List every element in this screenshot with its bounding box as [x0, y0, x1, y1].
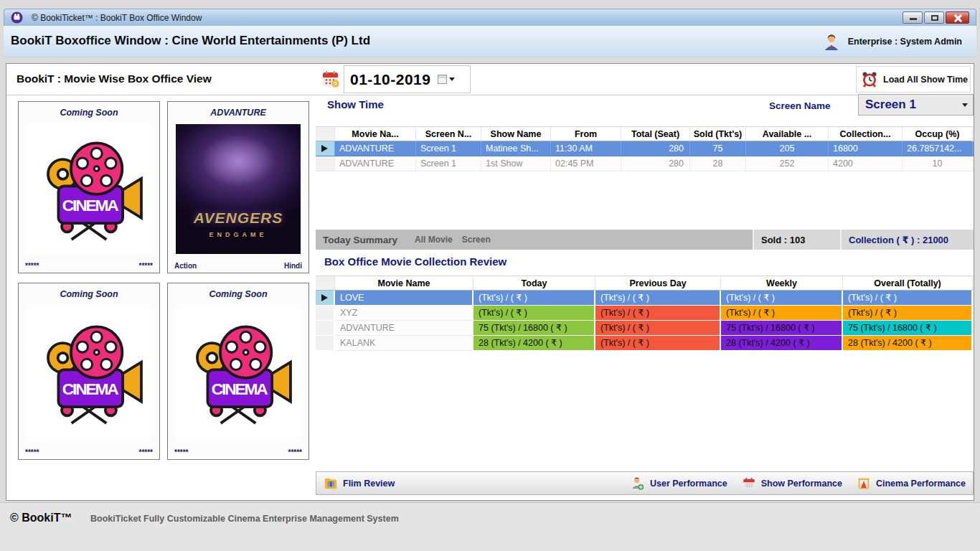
col-collection[interactable]: Collection...: [829, 126, 903, 141]
cinema-clipart-icon: CINEMA: [34, 135, 143, 244]
screen-name-dropdown[interactable]: Screen 1: [858, 94, 974, 116]
window-title: © BookiTicket™ : BookiT Box Office Windo…: [32, 13, 202, 23]
cinema-performance-icon: [857, 476, 871, 491]
filter-all-movie[interactable]: All Movie: [415, 235, 453, 245]
cinema-clipart-icon: CINEMA: [184, 319, 293, 428]
filter-screen[interactable]: Screen: [462, 235, 491, 245]
footer-tagline: BookiTicket Fully Customizable Cinema En…: [90, 514, 399, 524]
calendar-badge: 5: [334, 80, 337, 87]
cell-show: 1st Show: [481, 156, 551, 171]
cell-show: Matinee Sh...: [481, 141, 551, 156]
row-selector[interactable]: [316, 336, 335, 351]
cinema-clipart-icon: CINEMA: [34, 319, 143, 428]
cell-sold: 75: [690, 141, 746, 156]
show-time-table: Movie Na... Screen N... Show Name From T…: [316, 126, 974, 171]
cell-screen: Screen 1: [416, 156, 481, 171]
cell-sold: 28: [690, 156, 746, 171]
cell-weekly: (Tkt's) / ( ₹ ): [721, 306, 843, 321]
date-dropdown-icon[interactable]: [438, 75, 455, 84]
cell-movie-name: KALANK: [335, 336, 473, 351]
col-movie-name[interactable]: Movie Name: [335, 276, 473, 291]
col-movie-name[interactable]: Movie Na...: [335, 126, 416, 141]
col-occup[interactable]: Occup (%): [903, 126, 973, 141]
user-avatar-icon: [822, 32, 841, 52]
film-review-label: Flim Review: [343, 479, 395, 489]
col-screen-name[interactable]: Screen N...: [416, 126, 481, 141]
cell-today: (Tkt's) / ( ₹ ): [473, 306, 595, 321]
maximize-icon: [931, 15, 938, 21]
date-picker[interactable]: 01-10-2019: [344, 65, 471, 93]
cell-weekly: 75 (Tkt's) / 16800 ( ₹ ): [721, 321, 843, 336]
poster-card-coming-soon-2[interactable]: Coming Soon CINEMA: [18, 283, 160, 460]
poster-genre: Action: [174, 262, 197, 270]
maximize-button[interactable]: [924, 11, 944, 24]
cell-total: 280: [621, 156, 690, 171]
review-header-row: Movie Name Today Previous Day Weekly Ove…: [316, 276, 974, 291]
show-time-row[interactable]: ADVANTURE Screen 1 1st Show 02:45 PM 280…: [316, 156, 974, 171]
poster-card-advanture[interactable]: ADVANTURE AVENGERS ENDGAME Action Hindi: [167, 101, 309, 273]
cell-movie: ADVANTURE: [335, 156, 416, 171]
load-button-label: Load All Show Time: [883, 75, 968, 85]
cinema-performance-label: Cinema Performance: [876, 479, 966, 489]
show-time-header-row: Movie Na... Screen N... Show Name From T…: [316, 126, 974, 141]
col-available[interactable]: Available ...: [746, 126, 829, 141]
row-selector[interactable]: [316, 306, 335, 321]
summary-sold: Sold : 103: [753, 230, 840, 250]
user-performance-label: User Performance: [650, 479, 727, 489]
cell-occup: 26.7857142...: [903, 141, 973, 156]
user-label: Enterprise : System Admin: [848, 37, 962, 47]
poster-footer-right: *****: [139, 262, 153, 270]
calendar-icon: 5: [321, 70, 340, 88]
cell-from: 11:30 AM: [551, 141, 621, 156]
cinema-performance-button[interactable]: Cinema Performance: [857, 476, 966, 491]
col-weekly[interactable]: Weekly: [721, 276, 843, 291]
col-sold-tkts[interactable]: Sold (Tkt's): [690, 126, 746, 141]
current-row-arrow-icon: [321, 294, 328, 301]
load-all-show-time-button[interactable]: Load All Show Time: [856, 66, 971, 93]
close-button[interactable]: [946, 11, 969, 24]
collection-review-table: Movie Name Today Previous Day Weekly Ove…: [316, 276, 974, 351]
minimize-button[interactable]: [903, 11, 923, 24]
film-review-button[interactable]: Flim Review: [324, 476, 395, 491]
user-performance-button[interactable]: User Performance: [630, 476, 727, 491]
poster-language: Hindi: [284, 262, 302, 270]
page-title: BookiT Boxoffice Window : Cine World Ent…: [11, 34, 370, 48]
row-selector[interactable]: [316, 321, 335, 336]
poster-footer-right: *****: [288, 448, 302, 456]
review-row-xyz[interactable]: XYZ (Tkt's) / ( ₹ ) (Tkt's) / ( ₹ ) (Tkt…: [316, 306, 974, 321]
col-total-seat[interactable]: Total (Seat): [621, 126, 690, 141]
cell-movie: ADVANTURE: [335, 141, 416, 156]
date-value: 01-10-2019: [350, 71, 430, 88]
show-performance-button[interactable]: Show Performance: [742, 476, 842, 491]
review-row-love[interactable]: LOVE (Tkt's) / ( ₹ ) (Tkt's) / ( ₹ ) (Tk…: [316, 291, 974, 306]
application-window: © BookiTicket™ : BookiT Box Office Windo…: [0, 0, 980, 551]
row-selector[interactable]: [316, 156, 335, 171]
window-controls: [903, 11, 969, 24]
show-time-row-selected[interactable]: ADVANTURE Screen 1 Matinee Sh... 11:30 A…: [316, 141, 974, 156]
review-row-kalank[interactable]: KALANK 28 (Tkt's) / 4200 ( ₹ ) (Tkt's) /…: [316, 336, 974, 351]
cell-overall: (Tkt's) / ( ₹ ): [843, 306, 973, 321]
col-show-name[interactable]: Show Name: [481, 126, 551, 141]
col-from[interactable]: From: [551, 126, 621, 141]
row-selector[interactable]: [316, 291, 335, 306]
col-overall[interactable]: Overall (Totally): [843, 276, 973, 291]
user-info: Enterprise : System Admin: [822, 32, 962, 52]
poster-card-coming-soon-3[interactable]: Coming Soon CINEMA: [167, 283, 309, 460]
cell-from: 02:45 PM: [551, 156, 621, 171]
footer-brand: © BookiT™: [10, 512, 72, 524]
toolbar-right-group: User Performance Show Performance Cinema…: [630, 476, 966, 491]
poster-title: ADVANTURE: [168, 108, 308, 118]
cell-movie-name: XYZ: [335, 306, 473, 321]
cell-today: 75 (Tkt's) / 16800 ( ₹ ): [473, 321, 595, 336]
review-row-advanture[interactable]: ADVANTURE 75 (Tkt's) / 16800 ( ₹ ) (Tkt'…: [316, 321, 974, 336]
poster-card-coming-soon-1[interactable]: Coming Soon CINEMA: [18, 101, 160, 273]
app-footer: © BookiT™ BookiTicket Fully Customizable…: [0, 502, 980, 551]
col-previous-day[interactable]: Previous Day: [595, 276, 721, 291]
cell-today: 28 (Tkt's) / 4200 ( ₹ ): [473, 336, 595, 351]
window-titlebar: © BookiTicket™ : BookiT Box Office Windo…: [4, 9, 976, 26]
cell-today: (Tkt's) / ( ₹ ): [473, 291, 595, 306]
poster-image: AVENGERS ENDGAME: [176, 124, 301, 254]
row-selector[interactable]: [316, 141, 335, 156]
cell-collection: 4200: [829, 156, 903, 171]
col-today[interactable]: Today: [473, 276, 595, 291]
